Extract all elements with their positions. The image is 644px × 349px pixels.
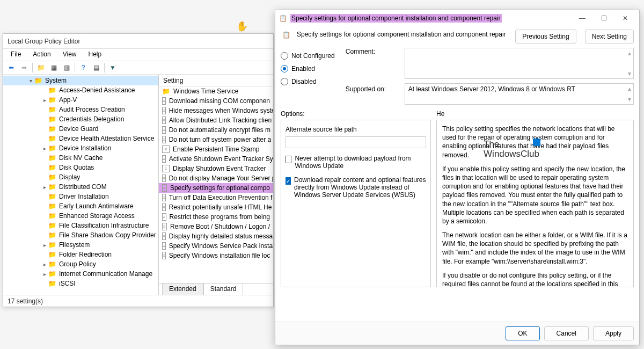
tree-node[interactable]: Access-Denied Assistance	[3, 85, 158, 95]
setting-icon: ≡	[162, 174, 166, 182]
folder-icon	[48, 106, 57, 113]
radio-icon	[281, 52, 288, 60]
setting-row[interactable]: ≡Do not turn off system power after a	[159, 135, 273, 144]
checkbox-never-download[interactable]	[286, 156, 291, 163]
setting-icon: ≡	[162, 242, 166, 250]
tree-node[interactable]: Disk Quotas	[3, 163, 158, 172]
tree-node[interactable]: ▸Group Policy	[3, 259, 158, 269]
back-icon[interactable]: ⬅	[5, 62, 17, 74]
setting-row[interactable]: ≡Do not automatically encrypt files m	[159, 125, 273, 135]
tree-node[interactable]: File Share Shadow Copy Provider	[3, 230, 158, 240]
tree-node[interactable]: File Classification Infrastructure	[3, 221, 158, 230]
expand-icon[interactable]: ▸	[41, 184, 48, 190]
setting-row[interactable]: ≡Activate Shutdown Event Tracker Sys	[159, 154, 273, 164]
alternate-source-path-input[interactable]	[286, 136, 426, 148]
setting-label: Display Shutdown Event Tracker	[173, 165, 266, 172]
tree-node[interactable]: Display	[3, 172, 158, 182]
radio-not-configured[interactable]: Not Configured	[281, 52, 335, 60]
dialog-titlebar[interactable]: 📋 Specify settings for optional componen…	[275, 10, 639, 26]
list-column-header[interactable]: Setting	[159, 75, 273, 86]
export-icon[interactable]: ▥	[61, 62, 72, 74]
tree-node[interactable]: Device Health Attestation Service	[3, 134, 158, 143]
setting-label: Allow Distributed Link Tracking clien	[169, 117, 272, 124]
setting-row[interactable]: ≡Hide messages when Windows syste	[159, 106, 273, 115]
collapse-icon[interactable]: ▾	[27, 78, 34, 84]
setting-row[interactable]: ≡Download missing COM componen	[159, 96, 273, 106]
menu-action[interactable]: Action	[27, 49, 56, 61]
up-folder-icon[interactable]: 📁	[35, 62, 47, 74]
tab-extended[interactable]: Extended	[162, 283, 203, 295]
tree-node[interactable]: ▸Device Installation	[3, 143, 158, 153]
tree-node[interactable]: Early Launch Antimalware	[3, 201, 158, 211]
setting-row[interactable]: ≡Display highly detailed status messa	[159, 231, 273, 241]
next-setting-button[interactable]: Next Setting	[585, 30, 634, 43]
tab-standard[interactable]: Standard	[203, 283, 244, 295]
setting-icon: ≡	[162, 136, 166, 143]
setting-row[interactable]: ≡Remove Boot / Shutdown / Logon /	[159, 222, 273, 231]
setting-row[interactable]: ≡Specify settings for optional compo	[159, 183, 273, 193]
cursor-pointer-icon: ✋	[236, 20, 248, 32]
setting-row[interactable]: ≡Specify Windows Service Pack instal	[159, 241, 273, 251]
scroll-up-icon[interactable]: ▴	[628, 85, 631, 92]
radio-enabled[interactable]: Enabled	[281, 65, 335, 72]
cancel-button[interactable]: Cancel	[544, 326, 589, 340]
tree-node[interactable]: Credentials Delegation	[3, 114, 158, 124]
tree-node-label: Filesystem	[59, 241, 90, 249]
expand-icon[interactable]: ▸	[41, 271, 48, 277]
gpedit-settings-list: Setting Windows Time Service≡Download mi…	[159, 75, 273, 295]
gpedit-tree[interactable]: ▾ System Access-Denied Assistance▸App-VA…	[3, 75, 159, 295]
help-icon[interactable]: ?	[77, 62, 89, 74]
menu-view[interactable]: View	[57, 49, 82, 61]
ok-button[interactable]: OK	[506, 326, 539, 340]
folder-icon	[34, 77, 43, 84]
scroll-down-icon[interactable]: ▾	[628, 96, 631, 103]
grid-icon[interactable]: ▤	[90, 62, 102, 74]
comment-textarea[interactable]: ▴▾	[405, 48, 634, 79]
setting-row[interactable]: ≡Restrict these programs from being	[159, 212, 273, 222]
expand-icon[interactable]: ▸	[41, 242, 48, 248]
tree-node-system[interactable]: ▾ System	[3, 76, 158, 85]
tree-node[interactable]: ▸Distributed COM	[3, 182, 158, 192]
tree-node[interactable]: Folder Redirection	[3, 250, 158, 259]
maximize-icon[interactable]: ☐	[593, 11, 614, 25]
gpedit-toolbar: ⬅ ➡ 📁 ▦ ▥ ? ▤ ▼	[3, 61, 273, 75]
tree-node[interactable]: Device Guard	[3, 124, 158, 134]
setting-row[interactable]: ≡Restrict potentially unsafe HTML He	[159, 202, 273, 212]
setting-row[interactable]: ≡Turn off Data Execution Prevention f	[159, 193, 273, 202]
tree-node[interactable]: Enhanced Storage Access	[3, 211, 158, 221]
checkbox-download-from-wu[interactable]	[286, 177, 291, 185]
tree-node[interactable]: ▸App-V	[3, 95, 158, 105]
setting-row[interactable]: ≡Specify Windows installation file loc	[159, 251, 273, 260]
tree-node[interactable]: ▸Internet Communication Manage	[3, 269, 158, 279]
setting-row[interactable]: Windows Time Service	[159, 86, 273, 96]
forward-icon[interactable]: ➡	[18, 62, 30, 74]
setting-row[interactable]: ≡Display Shutdown Event Tracker	[159, 164, 273, 173]
tree-node[interactable]: Driver Installation	[3, 192, 158, 201]
tree-node[interactable]: Disk NV Cache	[3, 153, 158, 163]
setting-row[interactable]: ≡Allow Distributed Link Tracking clien	[159, 115, 273, 125]
radio-label: Enabled	[291, 65, 315, 72]
scroll-up-icon[interactable]: ▴	[628, 49, 631, 57]
close-icon[interactable]: ✕	[614, 11, 636, 25]
filter-icon[interactable]: ▼	[107, 62, 119, 74]
expand-icon[interactable]: ▸	[41, 97, 48, 103]
previous-setting-button[interactable]: Previous Setting	[515, 30, 576, 43]
tree-node-label: Display	[59, 173, 80, 181]
setting-row[interactable]: ≡Do not display Manage Your Server p	[159, 173, 273, 183]
menu-help[interactable]: Help	[83, 49, 107, 61]
tree-node[interactable]: ▸Filesystem	[3, 240, 158, 250]
scroll-down-icon[interactable]: ▾	[628, 70, 631, 77]
tree-node[interactable]: iSCSI	[3, 279, 158, 288]
menu-file[interactable]: File	[5, 49, 26, 61]
expand-icon[interactable]: ▸	[41, 261, 48, 267]
setting-label: Turn off Data Execution Prevention f	[169, 194, 273, 201]
radio-disabled[interactable]: Disabled	[281, 78, 335, 85]
expand-icon[interactable]: ▸	[41, 146, 48, 151]
minimize-icon[interactable]: —	[572, 11, 593, 25]
apply-button[interactable]: Apply	[593, 326, 634, 340]
list-view-icon[interactable]: ▦	[48, 62, 60, 74]
help-paragraph: If you disable or do not configure this …	[442, 271, 628, 287]
setting-row[interactable]: ≡Enable Persistent Time Stamp	[159, 144, 273, 154]
tree-node-label: Enhanced Storage Access	[59, 212, 135, 220]
tree-node[interactable]: Audit Process Creation	[3, 105, 158, 114]
